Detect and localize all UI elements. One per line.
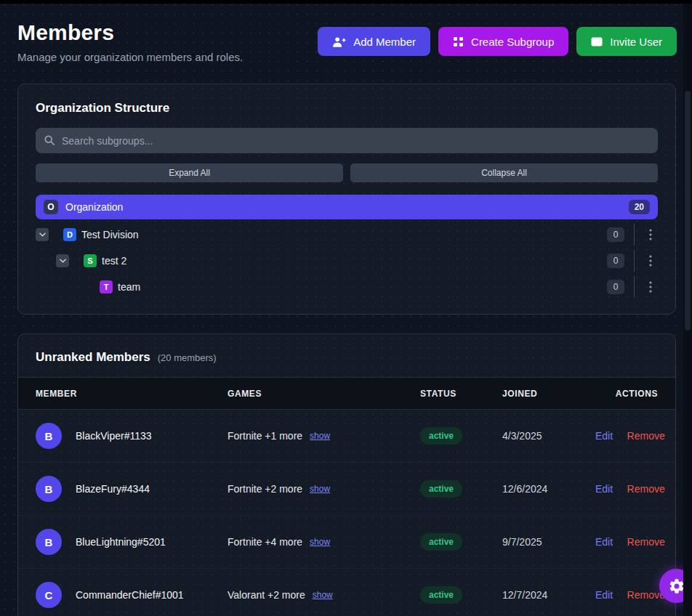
tree-node-label: Organization	[65, 201, 621, 213]
search-subgroups-input[interactable]	[36, 128, 658, 153]
show-games-link[interactable]: show	[310, 537, 330, 547]
avatar: C	[36, 582, 62, 608]
table-header: MEMBER GAMES STATUS JOINED ACTIONS	[18, 377, 675, 410]
edit-button[interactable]: Edit	[595, 483, 613, 495]
scrollbar-thumb[interactable]	[685, 91, 691, 331]
actions-cell: Edit Remove	[595, 429, 665, 442]
games-text: Fortnite +4 more	[228, 536, 302, 548]
member-name: CommanderChief#1001	[76, 589, 184, 601]
edit-button[interactable]: Edit	[595, 536, 613, 548]
subgroup-type-icon: S	[84, 254, 97, 267]
status-cell: active	[420, 480, 502, 498]
games-cell: Valorant +2 more show	[228, 589, 420, 601]
member-cell: B BlackViper#1133	[36, 423, 228, 449]
organization-type-icon: O	[44, 200, 58, 214]
unranked-members-card: Unranked Members (20 members) MEMBER GAM…	[17, 333, 676, 616]
expand-all-button[interactable]: Expand All	[36, 163, 343, 182]
grid-dots-icon	[453, 36, 464, 47]
create-subgroup-label: Create Subgroup	[471, 36, 554, 48]
tree-node-test-division[interactable]: D Test Division 0	[36, 224, 658, 246]
page-subtitle: Manage your organization members and rol…	[17, 51, 243, 63]
member-count-badge: 20	[629, 200, 650, 214]
remove-button[interactable]: Remove	[627, 430, 665, 442]
member-cell: C CommanderChief#1001	[36, 582, 228, 608]
show-games-link[interactable]: show	[313, 590, 333, 600]
page-header: Members Manage your organization members…	[17, 20, 677, 63]
status-badge: active	[420, 427, 462, 445]
add-member-label: Add Member	[353, 36, 416, 48]
divider	[634, 250, 635, 272]
division-type-icon: D	[63, 228, 76, 241]
status-badge: active	[420, 586, 462, 604]
joined-date: 12/7/2024	[502, 589, 595, 601]
member-cell: B BlueLightning#5201	[36, 529, 228, 555]
chevron-down-button[interactable]	[56, 254, 69, 267]
status-badge: active	[420, 480, 462, 498]
table-row: B BlackViper#1133 Fortnite +1 more show …	[18, 410, 675, 463]
games-text: Fortnite +2 more	[228, 483, 302, 495]
member-name: BlazeFury#4344	[76, 483, 150, 495]
vertical-scrollbar[interactable]	[683, 4, 692, 616]
tree-node-label: team	[118, 281, 607, 293]
actions-cell: Edit Remove	[595, 482, 665, 495]
table-row: B BlueLightning#5201 Fortnite +4 more sh…	[18, 516, 675, 569]
divider	[634, 276, 635, 298]
invite-user-label: Invite User	[610, 36, 662, 48]
status-cell: active	[420, 533, 502, 551]
edit-button[interactable]: Edit	[595, 430, 613, 442]
games-text: Fortnite +1 more	[228, 430, 302, 442]
column-actions: ACTIONS	[595, 389, 658, 399]
team-type-icon: T	[100, 280, 113, 293]
games-cell: Fortnite +1 more show	[228, 430, 420, 442]
table-row: B BlazeFury#4344 Fortnite +2 more show a…	[18, 463, 675, 516]
tree-node-team[interactable]: T team 0	[36, 276, 658, 298]
organization-tree: O Organization 20 D Test Division 0	[36, 195, 658, 298]
joined-date: 4/3/2025	[502, 430, 595, 442]
invite-user-button[interactable]: Invite User	[576, 27, 677, 56]
create-subgroup-button[interactable]: Create Subgroup	[438, 27, 568, 56]
member-count-badge: 0	[607, 254, 624, 268]
top-edge-bar	[0, 0, 692, 4]
tree-node-organization[interactable]: O Organization 20	[36, 195, 658, 219]
games-cell: Fortnite +2 more show	[228, 483, 420, 495]
tree-controls: Expand All Collapse All	[36, 163, 658, 182]
show-games-link[interactable]: show	[310, 484, 330, 494]
add-member-button[interactable]: Add Member	[318, 27, 430, 56]
column-games: GAMES	[228, 389, 420, 399]
remove-button[interactable]: Remove	[627, 483, 665, 495]
collapse-all-button[interactable]: Collapse All	[350, 163, 658, 182]
kebab-menu-icon[interactable]	[643, 255, 658, 267]
actions-cell: Edit Remove	[595, 588, 665, 601]
games-cell: Fortnite +4 more show	[228, 536, 420, 548]
edit-button[interactable]: Edit	[595, 589, 613, 601]
remove-button[interactable]: Remove	[627, 536, 665, 548]
members-card-header: Unranked Members (20 members)	[18, 334, 675, 377]
header-actions: Add Member Create Subgroup Invite User	[318, 27, 677, 56]
org-structure-title: Organization Structure	[36, 101, 658, 115]
tree-node-label: test 2	[102, 255, 607, 267]
gear-icon	[668, 578, 685, 595]
members-title: Unranked Members	[36, 350, 150, 365]
kebab-menu-icon[interactable]	[643, 281, 658, 293]
actions-cell: Edit Remove	[595, 535, 665, 548]
remove-button[interactable]: Remove	[627, 589, 665, 601]
status-cell: active	[420, 427, 502, 445]
members-count: (20 members)	[158, 352, 217, 363]
tree-node-test-2[interactable]: S test 2 0	[36, 250, 658, 272]
avatar: B	[36, 529, 62, 555]
column-member: MEMBER	[36, 389, 228, 399]
member-name: BlackViper#1133	[76, 430, 152, 442]
chevron-down-button[interactable]	[36, 228, 49, 241]
subgroup-search	[36, 128, 658, 153]
avatar: B	[36, 423, 62, 449]
kebab-menu-icon[interactable]	[643, 229, 658, 240]
tree-node-label: Test Division	[81, 229, 607, 240]
organization-structure-card: Organization Structure Expand All Collap…	[17, 84, 676, 315]
status-cell: active	[420, 586, 502, 604]
member-name: BlueLightning#5201	[76, 536, 166, 548]
page-heading-block: Members Manage your organization members…	[17, 20, 243, 63]
envelope-icon	[591, 37, 603, 46]
person-plus-icon	[332, 36, 346, 48]
show-games-link[interactable]: show	[310, 431, 330, 441]
column-joined: JOINED	[502, 389, 595, 399]
